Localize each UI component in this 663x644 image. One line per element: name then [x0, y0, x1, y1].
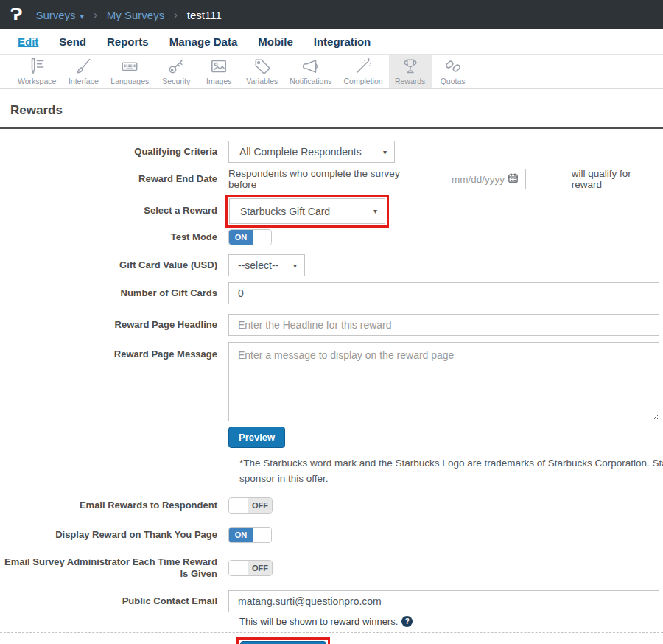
gift-card-value-select[interactable]: --select-- ▾ [228, 254, 305, 276]
save-changes-button[interactable]: Save Changes [240, 641, 326, 644]
breadcrumb-surveys-menu[interactable]: Surveys▾ [35, 9, 84, 21]
toolbar-item-label: Rewards [395, 77, 425, 85]
contact-email-helper: This will be shown to reward winners. ? [239, 616, 663, 627]
reward-page-message-row: Reward Page Message [0, 342, 663, 421]
reward-end-date-row: Reward End Date Respondents who complete… [0, 168, 663, 190]
field-label: Email Survey Administrator Each Time Rew… [0, 556, 228, 581]
field-label: Gift Card Value (USD) [0, 259, 228, 271]
select-reward-row: Select a Reward Starbucks Gift Card ▾ [0, 195, 663, 228]
number-of-gift-cards-row: Number of Gift Cards [0, 282, 663, 304]
toolbar-item-images[interactable]: Images [197, 55, 240, 88]
breadcrumb-separator-icon: › [94, 9, 97, 21]
toolbar-item-notifications[interactable]: Notifications [284, 55, 337, 88]
reward-page-headline-row: Reward Page Headline [0, 314, 663, 336]
starbucks-disclaimer: *The Starbucks word mark and the Starbuc… [239, 456, 663, 487]
test-mode-row: Test Mode ON [0, 229, 663, 245]
annotation-highlight-box: Save Changes [236, 637, 330, 644]
selected-value: All Complete Respondents [239, 146, 362, 158]
calendar-icon[interactable] [508, 172, 519, 186]
select-reward-select[interactable]: Starbucks Gift Card ▾ [229, 198, 385, 224]
field-label: Reward Page Headline [0, 319, 228, 331]
email-admin-row: Email Survey Administrator Each Time Rew… [0, 556, 663, 581]
qualifying-criteria-select[interactable]: All Complete Respondents ▾ [228, 141, 395, 163]
save-row: Save Changes [236, 637, 663, 644]
field-label: Qualifying Criteria [0, 146, 228, 158]
tab-manage-data[interactable]: Manage Data [169, 35, 238, 48]
field-label: Display Reward on Thank You Page [0, 529, 228, 541]
toolbar-item-security[interactable]: Security [155, 55, 197, 88]
toggle-knob [253, 528, 271, 542]
reward-page-message-textarea[interactable] [228, 342, 659, 421]
toolbar-item-label: Security [162, 77, 190, 85]
toggle-state-label: OFF [248, 498, 272, 513]
breadcrumb-surveys-label: Surveys [35, 9, 75, 21]
toolbar-item-label: Workspace [18, 77, 56, 85]
email-rewards-toggle[interactable]: OFF [228, 497, 273, 514]
date-placeholder: mm/dd/yyyy [452, 174, 505, 185]
toolbar-item-variables[interactable]: Variables [240, 55, 284, 88]
tab-send[interactable]: Send [59, 35, 86, 48]
reward-page-headline-input[interactable] [228, 314, 659, 336]
breadcrumb-my-surveys[interactable]: My Surveys [107, 9, 164, 21]
toolbar-item-label: Completion [344, 77, 383, 85]
qualifying-criteria-row: Qualifying Criteria All Complete Respond… [0, 141, 663, 163]
toolbar-item-label: Interface [69, 77, 99, 85]
keyboard-icon [120, 57, 139, 76]
email-rewards-row: Email Rewards to Respondent OFF [0, 497, 663, 514]
breadcrumb-separator-icon: › [174, 9, 178, 21]
page-title: Rewards [10, 103, 663, 118]
public-contact-email-input[interactable] [228, 590, 659, 612]
field-label: Public Contact Email [0, 595, 228, 607]
selected-value: --select-- [238, 259, 278, 271]
toolbar-item-rewards[interactable]: Rewards [389, 55, 432, 88]
toolbar-item-quotas[interactable]: Quotas [432, 55, 474, 88]
chain-links-icon [443, 57, 463, 76]
help-icon[interactable]: ? [401, 616, 413, 627]
field-label: Select a Reward [0, 205, 228, 217]
top-header-bar: Ɂ Surveys▾ › My Surveys › test111 [0, 0, 663, 29]
number-of-gift-cards-input[interactable] [228, 282, 659, 304]
display-reward-row: Display Reward on Thank You Page ON [0, 527, 663, 543]
email-admin-toggle[interactable]: OFF [228, 560, 273, 576]
field-label: Reward End Date [0, 173, 228, 185]
toolbar-item-languages[interactable]: Languages [105, 55, 155, 88]
questionpro-logo[interactable]: Ɂ [10, 6, 22, 24]
tab-integration[interactable]: Integration [314, 35, 371, 48]
field-label: Reward Page Message [0, 342, 228, 360]
megaphone-icon [301, 57, 320, 76]
toggle-knob [229, 498, 248, 513]
wand-icon [354, 57, 373, 76]
edit-section-toolbar: Workspace Interface Languages Security [0, 55, 663, 89]
form-footer-divider [0, 632, 663, 633]
tab-reports[interactable]: Reports [107, 35, 149, 48]
test-mode-toggle[interactable]: ON [228, 229, 272, 245]
gift-card-value-row: Gift Card Value (USD) --select-- ▾ [0, 254, 663, 276]
display-reward-toggle[interactable]: ON [228, 527, 272, 543]
helper-text: This will be shown to reward winners. [239, 616, 398, 627]
chevron-down-icon: ▾ [80, 12, 85, 21]
caret-down-icon: ▾ [293, 262, 297, 270]
toolbar-item-completion[interactable]: Completion [338, 55, 389, 88]
breadcrumb-current-survey: test111 [187, 9, 222, 21]
field-label: Number of Gift Cards [0, 287, 228, 299]
caret-down-icon: ▾ [373, 207, 377, 215]
tag-icon [253, 57, 272, 76]
disclaimer-line: *The Starbucks word mark and the Starbuc… [239, 456, 663, 472]
tab-mobile[interactable]: Mobile [258, 35, 293, 48]
main-nav-tabs: Edit Send Reports Manage Data Mobile Int… [0, 29, 663, 55]
date-suffix-text: will qualify for reward [572, 168, 659, 190]
field-label: Email Rewards to Respondent [0, 500, 228, 511]
toolbar-item-label: Variables [246, 77, 278, 85]
tab-edit[interactable]: Edit [18, 35, 38, 48]
reward-end-date-input[interactable]: mm/dd/yyyy [443, 169, 526, 189]
date-prefix-text: Respondents who complete the survey befo… [228, 168, 420, 190]
caret-down-icon: ▾ [383, 148, 387, 156]
toggle-state-label: ON [229, 230, 253, 245]
toolbar-item-workspace[interactable]: Workspace [12, 55, 62, 88]
preview-row: Preview [0, 427, 663, 448]
preview-button[interactable]: Preview [228, 427, 285, 448]
toolbar-item-label: Images [206, 77, 231, 85]
toggle-state-label: OFF [248, 561, 272, 575]
pen-lines-icon [27, 57, 46, 76]
toolbar-item-interface[interactable]: Interface [62, 55, 105, 88]
